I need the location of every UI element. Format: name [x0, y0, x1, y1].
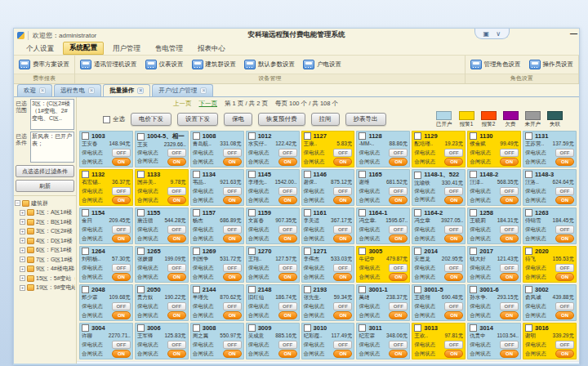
switch-status-toggle[interactable]: ON — [444, 196, 463, 204]
meter-card[interactable]: 1132 石宏锡.. 36.37元 保电状态 OFF 合闸状态 ON — [79, 169, 133, 206]
protect-status-toggle[interactable]: OFF — [112, 149, 131, 157]
card-checkbox[interactable] — [193, 171, 200, 178]
next-page-link[interactable]: 下一页 — [199, 100, 218, 108]
expand-expander-icon[interactable]: + — [20, 219, 25, 225]
meter-card[interactable]: 1012 水实仔.. 122.42元 保电状态 OFF 合闸状态 ON — [246, 131, 300, 167]
switch-status-toggle[interactable]: ON — [333, 158, 352, 166]
protect-status-toggle[interactable]: OFF — [389, 187, 408, 195]
card-checkbox[interactable] — [359, 286, 366, 293]
protect-status-toggle[interactable]: OFF — [444, 302, 463, 310]
meter-card[interactable]: 2017 钱大好 121.43元 保电状态 OFF 合闸状态 ON — [467, 246, 521, 283]
tab-close-icon[interactable]: × — [88, 87, 95, 94]
card-checkbox[interactable] — [193, 132, 200, 140]
card-checkbox[interactable] — [414, 172, 421, 179]
selected-condition-box[interactable]: 新风表：已开户表； — [30, 132, 74, 163]
meter-card[interactable]: 1157 杨杰 686.89元 保电状态 OFF 合闸状态 ON — [190, 208, 244, 244]
action-button[interactable]: 抄表导出 — [345, 113, 386, 126]
card-checkbox[interactable] — [359, 248, 366, 255]
switch-status-toggle[interactable]: ON — [167, 234, 186, 243]
switch-status-toggle[interactable]: ON — [223, 158, 242, 166]
card-checkbox[interactable] — [248, 171, 256, 178]
action-button[interactable]: 电价下发 — [131, 113, 172, 126]
meter-card[interactable]: 1269 刘国争 531.72元 保电状态 OFF 合闸状态 ON — [190, 246, 244, 283]
card-checkbox[interactable] — [470, 324, 477, 332]
expand-expander-icon[interactable]: + — [20, 285, 25, 291]
switch-status-toggle[interactable]: ON — [278, 196, 297, 204]
card-checkbox[interactable] — [414, 248, 421, 255]
meter-card[interactable]: 1148-1、522 沈瑜铁 330.41元 保电状态 OFF 合闸状态 O — [412, 169, 466, 206]
switch-status-toggle[interactable]: ON — [167, 350, 186, 358]
protect-status-toggle[interactable]: OFF — [444, 264, 463, 272]
expand-expander-icon[interactable]: + — [20, 275, 25, 281]
protect-status-toggle[interactable]: OFF — [500, 302, 519, 310]
protect-status-toggle[interactable]: OFF — [500, 264, 519, 272]
minimize-icon[interactable]: — — [570, 29, 577, 38]
meter-card[interactable]: 3001-6 孙水争. 293.15元 保电状态 OFF 合闸状态 ON — [467, 284, 521, 321]
collapse-expander-icon[interactable]: − — [15, 200, 20, 206]
switch-status-toggle[interactable]: ON — [555, 350, 574, 358]
protect-status-toggle[interactable]: OFF — [500, 225, 519, 234]
protect-status-toggle[interactable]: OFF — [278, 187, 297, 195]
switch-status-toggle[interactable]: ON — [167, 158, 186, 166]
card-checkbox[interactable] — [304, 209, 311, 216]
meter-card[interactable]: 1270 王翔.. 127.57元 保电状态 OFF 合闸状态 ON — [246, 246, 300, 283]
expand-expander-icon[interactable]: + — [20, 257, 25, 262]
protect-status-toggle[interactable]: OFF — [333, 149, 352, 157]
protect-status-toggle[interactable]: OFF — [555, 264, 574, 272]
protect-status-toggle[interactable]: OFF — [444, 149, 463, 157]
protect-status-toggle[interactable]: OFF — [167, 187, 186, 195]
card-checkbox[interactable] — [248, 132, 256, 140]
meter-card[interactable]: 3005 牛记中 479.87元 保电状态 OFF 合闸状态 ON — [356, 246, 410, 283]
meter-card[interactable]: 1127 王康.. 5.83元 保电状态 OFF 合闸状态 ON — [301, 131, 355, 167]
tree-item[interactable]: + 2区：B区1#楼（别.. — [20, 218, 75, 226]
protect-status-toggle[interactable]: OFF — [223, 341, 242, 349]
switch-status-toggle[interactable]: ON — [223, 234, 242, 243]
expand-expander-icon[interactable]: + — [20, 238, 25, 243]
meter-card[interactable]: 3013 王欢.. 97.81元 保电状态 OFF 合闸状态 ON — [412, 323, 466, 359]
switch-status-toggle[interactable]: ON — [223, 196, 242, 204]
protect-status-toggle[interactable]: OFF — [389, 225, 408, 234]
meter-card[interactable]: 1131 王苏营.. 137.59元 保电状态 OFF 合闸状态 ON — [523, 131, 577, 167]
protect-status-toggle[interactable]: OFF — [333, 302, 352, 310]
meter-card[interactable]: 1129 配培瑾.. 19.23元 保电状态 OFF 合闸状态 ON — [412, 131, 466, 167]
switch-status-toggle[interactable]: ON — [444, 234, 463, 243]
card-checkbox[interactable] — [414, 209, 421, 216]
meter-card[interactable]: 2020 待飞 155.53元 保电状态 OFF 合闸状态 ON — [523, 246, 577, 283]
action-button[interactable]: 设置下发 — [177, 113, 218, 126]
switch-status-toggle[interactable]: ON — [333, 196, 352, 204]
select-all[interactable]: 全选 — [103, 115, 125, 123]
meter-card[interactable]: 1155 唐连德 544.28元 保电状态 OFF 合闸状态 ON — [135, 208, 189, 244]
switch-status-toggle[interactable]: ON — [112, 234, 131, 243]
protect-status-toggle[interactable]: OFF — [389, 149, 408, 157]
switch-status-toggle[interactable]: ON — [555, 158, 574, 166]
switch-status-toggle[interactable]: ON — [278, 273, 297, 281]
meter-card[interactable]: 1008 青岛航.. 331.08元 保电状态 OFF 合闸状态 ON — [190, 131, 244, 167]
card-checkbox[interactable] — [470, 132, 477, 140]
card-checkbox[interactable] — [359, 324, 366, 332]
switch-status-toggle[interactable]: ON — [389, 350, 408, 358]
protect-status-toggle[interactable]: OFF — [112, 264, 131, 272]
expand-expander-icon[interactable]: + — [20, 210, 25, 216]
tree-root[interactable]: − 建筑群 — [15, 199, 75, 208]
meter-card[interactable]: 1145 李瑾先.. 1542.00.. 保电状态 OFF 合闸状态 ON — [246, 169, 300, 206]
ribbon-button[interactable]: 建筑群设置 — [192, 60, 237, 69]
card-checkbox[interactable] — [137, 133, 145, 141]
card-checkbox[interactable] — [414, 324, 421, 332]
menu-tab[interactable]: 售电管理 — [149, 43, 189, 55]
layout-icon[interactable]: ▣ — [483, 30, 490, 38]
meter-card[interactable]: 2048 郑少霖 109.68元 保电状态 OFF 合闸状态 ON — [79, 284, 133, 321]
card-checkbox[interactable] — [137, 248, 145, 255]
card-checkbox[interactable] — [137, 209, 145, 216]
tree-item[interactable]: + 15区：5#变站（3#.. — [20, 274, 75, 283]
meter-card[interactable]: 2014 安思龙 202.95元 保电状态 OFF 合闸状态 ON — [412, 246, 466, 283]
switch-status-toggle[interactable]: ON — [278, 234, 297, 243]
protect-status-toggle[interactable]: OFF — [278, 225, 297, 234]
expand-expander-icon[interactable]: + — [20, 248, 25, 253]
meter-card[interactable]: 3004 许聊 2270.71.. 保电状态 OFF 合闸状态 ON — [79, 323, 133, 359]
protect-status-toggle[interactable]: OFF — [500, 187, 519, 195]
expand-expander-icon[interactable]: + — [20, 229, 25, 234]
protect-status-toggle[interactable]: OFF — [333, 264, 352, 272]
meter-card[interactable]: 3006 王军锋 125.83元 保电状态 OFF 合闸状态 ON — [135, 323, 189, 359]
document-tab[interactable]: 批量操作 × — [103, 84, 150, 96]
switch-status-toggle[interactable]: ON — [555, 234, 574, 243]
